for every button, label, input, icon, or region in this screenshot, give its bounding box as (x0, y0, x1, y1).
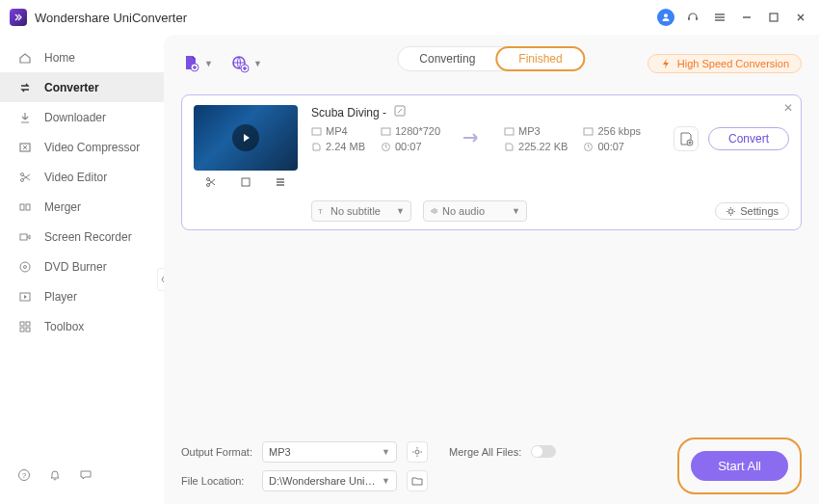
svg-point-11 (24, 265, 27, 268)
sidebar-item-label: Toolbox (44, 320, 84, 333)
maximize-button[interactable] (765, 9, 782, 26)
scissors-icon (17, 170, 33, 185)
sidebar-item-label: Video Compressor (44, 141, 140, 154)
home-icon (17, 50, 33, 66)
video-thumbnail[interactable] (194, 105, 298, 171)
recorder-icon (17, 229, 33, 245)
svg-rect-27 (382, 128, 390, 135)
chevron-down-icon: ▼ (512, 206, 520, 216)
high-speed-label: High Speed Conversion (677, 58, 789, 69)
svg-rect-15 (20, 328, 24, 332)
svg-rect-14 (26, 322, 30, 326)
svg-rect-26 (312, 128, 321, 135)
edit-title-icon[interactable] (394, 105, 406, 119)
card-close-button[interactable]: ✕ (783, 101, 793, 115)
user-avatar[interactable] (657, 9, 674, 26)
sidebar-item-recorder[interactable]: Screen Recorder (0, 222, 164, 252)
merge-label: Merge All Files: (449, 446, 521, 458)
start-all-highlight: Start All (677, 438, 802, 494)
sidebar-item-player[interactable]: Player (0, 281, 164, 311)
add-file-button[interactable]: ▼ (181, 54, 213, 73)
convert-button[interactable]: Convert (708, 127, 789, 150)
svg-rect-3 (770, 13, 778, 21)
titlebar: Wondershare UniConverter (0, 0, 819, 35)
minimize-button[interactable] (738, 9, 755, 26)
sidebar-item-home[interactable]: Home (0, 42, 164, 72)
chevron-down-icon: ▼ (382, 447, 390, 457)
open-folder-button[interactable] (407, 470, 428, 491)
sidebar-item-label: Player (44, 290, 77, 304)
svg-rect-24 (242, 178, 250, 186)
output-preset-button[interactable] (674, 126, 699, 151)
file-card: ✕ Scuba Diving - (181, 94, 802, 230)
svg-text:?: ? (22, 471, 27, 480)
merge-toggle[interactable] (531, 445, 556, 458)
chevron-down-icon: ▼ (396, 206, 405, 216)
download-icon (17, 110, 33, 125)
add-url-button[interactable]: ▼ (230, 54, 262, 73)
tab-finished[interactable]: Finished (495, 46, 585, 71)
tab-converting[interactable]: Converting (398, 47, 496, 70)
trim-icon[interactable] (202, 176, 220, 191)
output-settings-icon[interactable] (407, 441, 428, 463)
svg-point-35 (729, 209, 733, 213)
chevron-down-icon: ▼ (253, 59, 262, 68)
chevron-down-icon: ▼ (204, 59, 213, 68)
file-location-select[interactable]: D:\Wondershare UniConverter▼ (262, 470, 397, 491)
app-title: Wondershare UniConverter (35, 11, 187, 25)
file-location-label: File Location: (181, 475, 252, 487)
sidebar-item-label: Video Editor (44, 171, 107, 184)
sidebar: Home Converter Downloader Video Compress… (0, 35, 164, 504)
sidebar-item-label: Merger (44, 200, 81, 214)
bell-icon[interactable] (48, 468, 62, 485)
app-logo (10, 9, 27, 26)
svg-rect-8 (26, 204, 30, 210)
subtitle-select[interactable]: TNo subtitle ▼ (311, 200, 411, 222)
grid-icon (17, 319, 33, 334)
effect-icon[interactable] (272, 176, 289, 191)
sidebar-item-editor[interactable]: Video Editor (0, 162, 164, 192)
headset-icon[interactable] (684, 9, 701, 26)
arrow-icon (462, 130, 483, 148)
help-icon[interactable]: ? (17, 468, 31, 485)
sidebar-item-converter[interactable]: Converter (0, 72, 164, 102)
hamburger-icon[interactable] (711, 9, 728, 26)
play-overlay-icon (232, 124, 259, 151)
chevron-down-icon: ▼ (382, 476, 390, 486)
sidebar-item-compressor[interactable]: Video Compressor (0, 132, 164, 162)
high-speed-button[interactable]: High Speed Conversion (647, 54, 802, 73)
audio-select[interactable]: No audio ▼ (423, 200, 527, 222)
target-specs: MP3 256 kbps 225.22 KB 00:07 (504, 125, 641, 152)
crop-icon[interactable] (237, 176, 254, 191)
svg-rect-13 (20, 322, 24, 326)
feedback-icon[interactable] (79, 468, 92, 485)
converter-icon (17, 80, 33, 95)
svg-point-0 (664, 13, 668, 17)
play-icon (17, 289, 33, 305)
svg-rect-16 (26, 328, 30, 332)
compressor-icon (17, 140, 33, 155)
close-button[interactable] (792, 9, 809, 26)
sidebar-item-label: Screen Recorder (44, 230, 132, 244)
sidebar-item-dvd[interactable]: DVD Burner (0, 252, 164, 281)
output-format-label: Output Format: (181, 446, 252, 458)
start-all-button[interactable]: Start All (691, 451, 788, 481)
svg-text:T: T (318, 207, 323, 216)
output-format-select[interactable]: MP3▼ (262, 441, 397, 463)
sidebar-item-toolbox[interactable]: Toolbox (0, 311, 164, 341)
sidebar-item-merger[interactable]: Merger (0, 192, 164, 222)
svg-point-10 (20, 262, 30, 272)
sidebar-item-label: Converter (44, 81, 99, 94)
sidebar-item-label: Home (44, 51, 75, 65)
file-title: Scuba Diving - (311, 106, 386, 119)
svg-point-36 (415, 450, 419, 454)
svg-rect-7 (20, 204, 24, 210)
merger-icon (17, 199, 33, 215)
tabs: Converting Finished (397, 46, 585, 71)
source-specs: MP4 1280*720 2.24 MB 00:07 (311, 125, 440, 152)
gear-icon (726, 206, 736, 217)
settings-button[interactable]: Settings (715, 202, 789, 220)
sidebar-item-downloader[interactable]: Downloader (0, 102, 164, 132)
svg-rect-30 (584, 128, 593, 135)
sidebar-item-label: DVD Burner (44, 260, 107, 274)
